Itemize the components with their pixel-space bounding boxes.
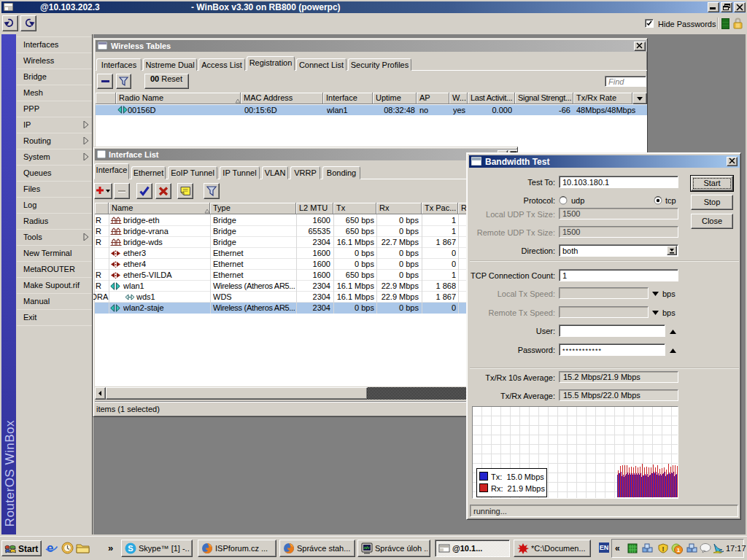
svg-text:!: !	[662, 545, 665, 553]
svg-text:S: S	[128, 544, 133, 553]
svg-text:e: e	[47, 542, 53, 554]
svg-text:1: 1	[677, 547, 681, 553]
